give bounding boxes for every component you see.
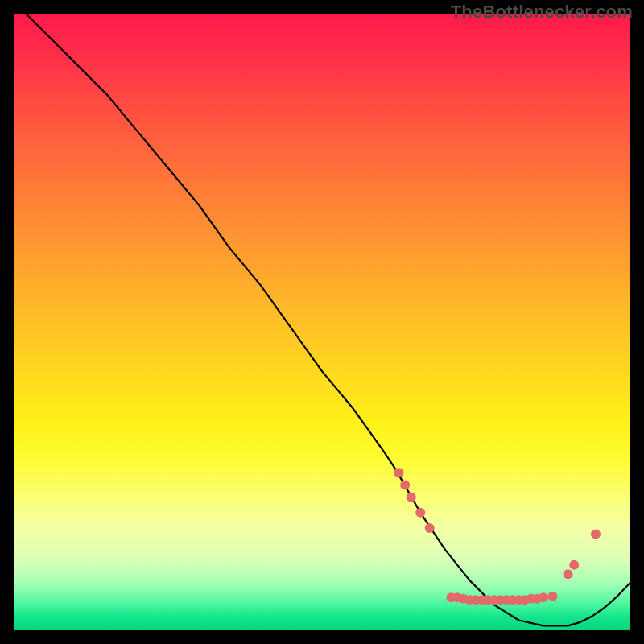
chart-plot-area (14, 14, 630, 630)
chart-stage: TheBottleneсker.com (0, 0, 644, 644)
chart-series-curve (27, 14, 630, 625)
chart-marker-dot (400, 480, 410, 489)
chart-marker-dot (539, 592, 548, 602)
chart-marker-dot (569, 560, 579, 570)
chart-marker-dot (415, 508, 425, 518)
watermark-text: TheBottleneсker.com (451, 2, 633, 23)
chart-marker-dot (548, 592, 558, 601)
chart-marker-dot (591, 530, 601, 539)
chart-svg (14, 14, 630, 630)
chart-marker-dot (564, 569, 573, 579)
chart-marker-dot (407, 493, 416, 502)
chart-marker-dot (394, 468, 404, 477)
chart-marker-dot (425, 523, 435, 533)
chart-marker-group (394, 468, 601, 605)
